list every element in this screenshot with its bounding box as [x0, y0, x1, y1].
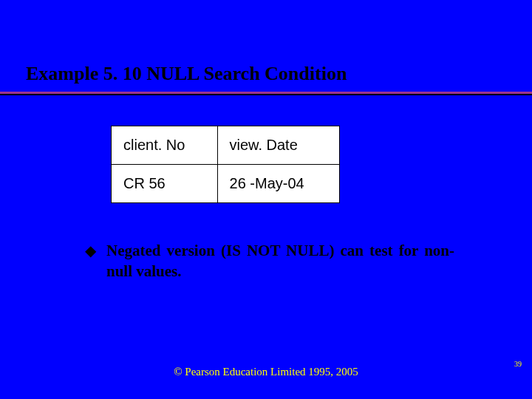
page-number: 39	[514, 360, 522, 368]
cell-viewDate: 26 -May-04	[217, 165, 339, 203]
result-table: client. No view. Date CR 56 26 -May-04	[111, 126, 340, 203]
cell-clientNo: CR 56	[112, 165, 218, 203]
table-header-row: client. No view. Date	[112, 126, 340, 165]
title-area: Example 5. 10 NULL Search Condition	[0, 0, 532, 85]
col-header-viewDate: view. Date	[217, 126, 339, 165]
footer-copyright: © Pearson Education Limited 1995, 2005	[0, 366, 532, 378]
bullet-text: Negated version (IS NOT NULL) can test f…	[106, 240, 454, 282]
table-row: CR 56 26 -May-04	[112, 165, 340, 203]
title-underline-black	[0, 94, 532, 95]
col-header-clientNo: client. No	[112, 126, 218, 165]
bullet-item: ◆ Negated version (IS NOT NULL) can test…	[85, 240, 454, 282]
diamond-bullet-icon: ◆	[85, 240, 96, 261]
slide-title: Example 5. 10 NULL Search Condition	[26, 63, 532, 85]
